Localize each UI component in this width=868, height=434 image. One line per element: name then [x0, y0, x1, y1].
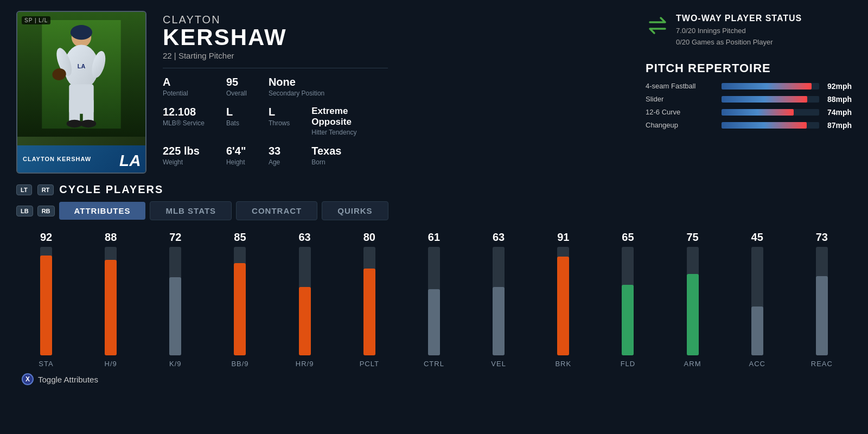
pitch-bar-container: [722, 83, 819, 90]
player-card: LA SP | L/L CLAYTO: [16, 11, 146, 174]
attr-bar-fill: [234, 263, 246, 355]
player-card-name-bar: CLAYTON KERSHAW LA: [17, 145, 145, 173]
attr-col: 72 K/9: [151, 231, 200, 368]
attr-bar-fill: [751, 307, 763, 355]
svg-point-12: [67, 120, 82, 128]
attr-label: PCLT: [360, 360, 379, 368]
attr-bar-wrapper: [687, 247, 699, 355]
stat-hitter-tendency-label: Hitter Tendency: [311, 129, 388, 136]
two-way-line1: 7.0/20 Innings Pitched: [676, 25, 802, 37]
attr-label: ACC: [749, 360, 765, 368]
pitch-bar-container: [722, 122, 819, 129]
attr-bar-fill: [169, 277, 181, 355]
attr-bar-wrapper: [557, 247, 569, 355]
lt-button[interactable]: LT: [16, 184, 32, 195]
attr-col: 65 FLD: [603, 231, 652, 368]
tab-attributes[interactable]: ATTRIBUTES: [59, 202, 146, 220]
stat-throws-label: Throws: [269, 119, 290, 127]
attr-bar-fill: [622, 285, 634, 355]
stat-height-value: 6'4": [226, 145, 247, 157]
pitch-speed: 87mph: [825, 121, 852, 130]
svg-rect-3: [71, 31, 83, 35]
stats-grid: A Potential 95 Overall None Secondary Po…: [163, 76, 388, 166]
attributes-section: 92 STA 88 H/9 72 K/9 85 BB/9 63 HR/9 80: [16, 231, 852, 368]
attr-bar-fill: [816, 276, 828, 355]
stat-secondary-pos: None Secondary Position: [269, 76, 388, 97]
stat-overall-value: 95: [226, 76, 247, 88]
pitch-bar: [722, 83, 812, 90]
main-container: LA SP | L/L CLAYTO: [0, 0, 868, 434]
tab-contract[interactable]: CONTRACT: [236, 201, 317, 220]
two-way-text: TWO-WAY PLAYER STATUS 7.0/20 Innings Pit…: [676, 14, 802, 48]
player-card-image: LA SP | L/L: [17, 12, 145, 137]
rt-button[interactable]: RT: [37, 184, 54, 195]
two-way-title: TWO-WAY PLAYER STATUS: [676, 14, 802, 23]
attr-bar-fill: [363, 269, 375, 355]
pitch-name: Slider: [646, 95, 716, 103]
stat-overall-label: Overall: [226, 90, 247, 97]
attr-bar-wrapper: [428, 247, 440, 355]
lb-button[interactable]: LB: [16, 206, 33, 216]
attr-col: 61 CTRL: [410, 231, 458, 368]
attr-bar-wrapper: [169, 247, 181, 355]
attr-bar-wrapper: [234, 247, 246, 355]
attr-value: 80: [363, 231, 375, 244]
card-player-name: CLAYTON KERSHAW: [23, 156, 91, 162]
svg-text:LA: LA: [78, 63, 86, 69]
two-way-line2: 0/20 Games as Position Player: [676, 37, 802, 48]
stat-born: Texas Born: [311, 145, 388, 166]
pitch-speed: 74mph: [825, 108, 852, 117]
rb-button[interactable]: RB: [37, 206, 55, 216]
pitch-row: Changeup 87mph: [646, 121, 852, 130]
attr-label: REAC: [811, 360, 833, 368]
stat-service-label: MLB® Service: [163, 119, 205, 127]
attr-col: 63 VEL: [474, 231, 523, 368]
attr-bar-fill: [687, 274, 699, 355]
attr-bar-wrapper: [363, 247, 375, 355]
attr-col: 73 REAC: [797, 231, 846, 368]
attr-label: BB/9: [231, 360, 248, 368]
attr-value: 72: [169, 231, 181, 244]
stat-height: 6'4" Height: [226, 145, 247, 166]
pitch-name: 12-6 Curve: [646, 108, 716, 116]
stat-service: 12.108 MLB® Service: [163, 106, 205, 136]
attr-bar-wrapper: [816, 247, 828, 355]
attr-bar-wrapper: [751, 247, 763, 355]
attr-bar-fill: [557, 257, 569, 355]
tab-quirks[interactable]: QUIRKS: [322, 201, 388, 220]
stat-secondary-value: None: [269, 76, 388, 88]
pitch-speed: 88mph: [825, 95, 852, 104]
attr-bar-wrapper: [622, 247, 634, 355]
attr-col: 85 BB/9: [215, 231, 264, 368]
attr-value: 85: [234, 231, 246, 244]
attr-label: HR/9: [296, 360, 314, 368]
attr-bar-wrapper: [493, 247, 505, 355]
player-subtitle: 22 | Starting Pitcher: [163, 51, 388, 60]
pitch-bar: [722, 109, 794, 116]
tab-mlb-stats[interactable]: MLB STATS: [150, 201, 232, 220]
svg-text:LA: LA: [119, 151, 140, 168]
stat-service-value: 12.108: [163, 106, 205, 118]
cycle-title: CYCLE PLAYERS: [59, 183, 163, 196]
pitch-name: 4-seam Fastball: [646, 82, 716, 90]
pitch-bar: [722, 96, 807, 103]
pitch-speed: 92mph: [825, 82, 852, 91]
pitch-name: Changeup: [646, 121, 716, 129]
attr-col: 45 ACC: [733, 231, 782, 368]
stat-weight-value: 225 lbs: [163, 145, 205, 157]
stat-hitter-tendency-value: Extreme Opposite: [311, 106, 388, 127]
stat-potential: A Potential: [163, 76, 205, 97]
stat-born-value: Texas: [311, 145, 388, 157]
cycle-section: LT RT CYCLE PLAYERS LB RB ATTRIBUTES MLB…: [16, 183, 852, 220]
attr-label: FLD: [621, 360, 636, 368]
stat-secondary-label: Secondary Position: [269, 90, 388, 97]
two-way-icon: [646, 14, 669, 40]
pitch-row: 12-6 Curve 74mph: [646, 108, 852, 117]
stat-bats-value: L: [226, 106, 247, 118]
x-button[interactable]: X: [22, 373, 34, 385]
stat-age-label: Age: [269, 158, 290, 166]
attr-bar-wrapper: [299, 247, 311, 355]
divider: [163, 68, 388, 68]
attr-label: BRK: [555, 360, 571, 368]
player-info: CLAYTON KERSHAW 22 | Starting Pitcher A …: [163, 11, 388, 166]
